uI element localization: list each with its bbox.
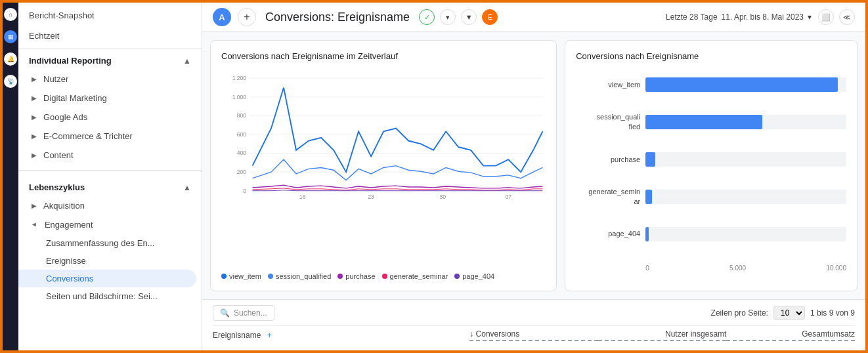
sidebar-section-individual-reporting[interactable]: Individual Reporting ▲ <box>18 49 202 70</box>
bar-track <box>645 190 846 204</box>
svg-text:200: 200 <box>237 169 246 175</box>
chart-icon[interactable]: ▦ <box>4 30 17 43</box>
arrow-right-icon: ▶ <box>32 202 37 209</box>
header-right-icons: ⬜ ≪ <box>818 9 855 25</box>
sidebar-item-nutzer[interactable]: ▶ Nutzer <box>18 70 202 89</box>
pagination-text: 1 bis 9 von 9 <box>810 308 855 318</box>
sidebar-item-echtzeit[interactable]: Echtzeit <box>18 26 202 46</box>
axis-label: 10.000 <box>826 264 846 272</box>
bar-row-generate-seminar: generate_semin ar <box>581 187 846 206</box>
legend-label: generate_seminar <box>390 272 448 280</box>
bar-chart-area: view_item session_quali fied purchase <box>576 69 846 280</box>
arrow-right-icon: ▶ <box>32 114 37 121</box>
legend-item-generate-seminar: generate_seminar <box>382 272 448 280</box>
sidebar-top-section: Bericht-Snapshot Echtzeit <box>18 3 202 49</box>
sidebar-section-lebenszyklus[interactable]: Lebenszyklus ▲ <box>18 176 202 196</box>
sidebar-subitem-conversions[interactable]: Conversions <box>18 270 196 287</box>
col-ereignisname: Ereignisname + <box>213 331 469 340</box>
sidebar-item-digital-marketing[interactable]: ▶ Digital Marketing <box>18 89 202 108</box>
search-box[interactable]: 🔍 Suchen... <box>213 305 274 321</box>
col-label: Nutzer insgesamt <box>665 329 726 339</box>
date-label: Letzte 28 Tage <box>666 12 718 22</box>
svg-text:400: 400 <box>237 150 246 156</box>
arrow-right-icon: ▶ <box>32 94 37 102</box>
sidebar-section-title: Individual Reporting <box>29 56 112 66</box>
dropdown-icon[interactable]: ▾ <box>440 9 456 25</box>
rows-per-page-label: Zeilen pro Seite: <box>711 308 768 318</box>
bar-fill <box>645 152 655 167</box>
bar-axis: 0 5.000 10.000 <box>581 264 846 272</box>
bar-fill <box>645 227 649 241</box>
bar-track <box>645 152 846 167</box>
home-icon[interactable]: ⌂ <box>4 8 17 21</box>
page-title: Conversions: Ereignisname <box>265 10 410 24</box>
sidebar-item-label: Google Ads <box>43 112 87 122</box>
sidebar-item-ecommerce[interactable]: ▶ E-Commerce & Trichter <box>18 127 202 146</box>
col-label: ↓ Conversions <box>469 329 519 339</box>
svg-text:23: 23 <box>368 194 374 200</box>
bar-label: page_404 <box>581 229 640 238</box>
bar-row-purchase: purchase <box>581 152 846 167</box>
sidebar-item-akquisition[interactable]: ▶ Akquisition <box>18 196 202 215</box>
sidebar-item-engagement[interactable]: ▼ Engagement <box>18 215 202 234</box>
sidebar-item-label: Akquisition <box>43 201 85 211</box>
sidebar-subitem-seiten[interactable]: Seiten und Bildschirme: Sei... <box>18 287 202 305</box>
check-icon[interactable]: ✓ <box>419 9 435 25</box>
legend-label: view_item <box>229 272 261 280</box>
bar-fill <box>645 190 652 204</box>
bar-track <box>645 115 846 129</box>
svg-text:Mai: Mai <box>504 199 513 200</box>
antenna-icon[interactable]: 📡 <box>4 75 17 88</box>
svg-text:600: 600 <box>237 131 246 138</box>
legend-dot <box>382 274 387 279</box>
sidebar: Bericht-Snapshot Echtzeit Individual Rep… <box>18 3 202 350</box>
sidebar-item-bericht-snapshot[interactable]: Bericht-Snapshot <box>18 5 202 26</box>
axis-label: 5.000 <box>729 264 746 272</box>
bar-fill <box>645 77 838 92</box>
col-conversions[interactable]: ↓ Conversions <box>469 329 598 341</box>
col-label: Gesamtumsatz <box>802 329 855 339</box>
bar-track <box>645 77 846 92</box>
svg-text:30: 30 <box>440 194 446 200</box>
legend-dot <box>337 274 343 279</box>
add-button[interactable]: + <box>238 8 256 26</box>
e-badge[interactable]: E <box>482 9 498 25</box>
legend-item-session-qualified: session_qualified <box>268 272 331 280</box>
svg-text:800: 800 <box>237 112 246 119</box>
bell-icon[interactable]: 🔔 <box>4 52 17 66</box>
bar-track <box>645 227 846 241</box>
filter-icon[interactable]: ▼ <box>461 9 477 25</box>
charts-area: Conversions nach Ereignisname im Zeitver… <box>202 32 865 299</box>
table-area: 🔍 Suchen... Zeilen pro Seite: 10 25 50 1… <box>202 299 865 350</box>
user-avatar[interactable]: A <box>213 8 231 26</box>
sidebar-item-content[interactable]: ▶ Content <box>18 146 202 165</box>
date-range-value[interactable]: 11. Apr. bis 8. Mai 2023 <box>722 12 804 22</box>
divider <box>18 170 202 171</box>
bar-chart-panel: Conversions nach Ereignisname view_item … <box>565 40 857 291</box>
svg-text:0: 0 <box>243 188 246 194</box>
add-column-icon[interactable]: + <box>267 331 272 340</box>
bar-row-page-404: page_404 <box>581 227 846 241</box>
bar-chart-title: Conversions nach Ereignisname <box>576 51 846 61</box>
chevron-up-icon: ▲ <box>183 183 191 192</box>
bar-label: generate_semin ar <box>581 187 640 206</box>
sidebar-item-label: E-Commerce & Trichter <box>43 131 133 141</box>
col-label: Ereignisname <box>213 331 261 340</box>
more-icon[interactable]: ≪ <box>839 9 855 25</box>
sidebar-subitem-ereignisse[interactable]: Ereignisse <box>18 252 202 270</box>
export-icon[interactable]: ⬜ <box>818 9 834 25</box>
arrow-right-icon: ▶ <box>32 133 37 140</box>
sidebar-item-label: Nutzer <box>43 74 68 84</box>
header-action-icons: ✓ ▾ ▼ E <box>419 9 498 25</box>
line-chart-legend: view_item session_qualified purchase gen… <box>221 272 546 280</box>
svg-text:1.000: 1.000 <box>232 94 247 100</box>
sidebar-subitem-zusammenfassung[interactable]: Zusammenfassung des En... <box>18 234 202 252</box>
legend-item-purchase: purchase <box>337 272 375 280</box>
bar-row-view-item: view_item <box>581 77 846 92</box>
rows-per-page-select[interactable]: 10 25 50 <box>773 306 805 320</box>
legend-dot <box>268 274 273 279</box>
chevron-up-icon: ▲ <box>183 56 191 66</box>
sidebar-item-google-ads[interactable]: ▶ Google Ads <box>18 108 202 127</box>
legend-item-page-404: page_404 <box>454 272 494 280</box>
date-dropdown-icon: ▾ <box>808 12 812 22</box>
